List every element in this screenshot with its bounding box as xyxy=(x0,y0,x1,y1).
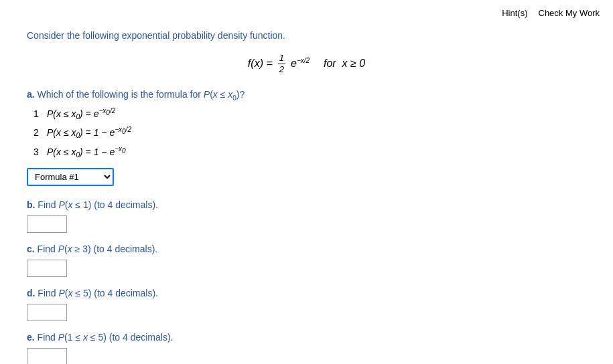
part-e-input[interactable] xyxy=(27,348,67,364)
choice-1-text: P(x ≤ x0) = e−x0/2 xyxy=(47,107,115,120)
formula-domain: for x ≥ 0 xyxy=(324,58,365,70)
formula-select[interactable]: Formula #1 Formula #2 Formula #3 xyxy=(27,168,114,186)
fraction-half: 1 2 xyxy=(278,53,285,74)
part-c-input[interactable] xyxy=(27,260,67,277)
part-d-input[interactable] xyxy=(27,304,67,321)
choice-3-num: 3 xyxy=(33,147,47,157)
choice-2-row: 2 P(x ≤ x0) = 1 − e−x0/2 xyxy=(33,126,586,139)
part-b-label: b. Find P(x ≤ 1) (to 4 decimals). xyxy=(27,199,586,210)
hints-link[interactable]: Hint(s) xyxy=(502,8,527,18)
part-e-label: e. Find P(1 ≤ x ≤ 5) (to 4 decimals). xyxy=(27,332,586,343)
formula-dropdown-row: Formula #1 Formula #2 Formula #3 xyxy=(27,168,586,186)
part-d-label: d. Find P(x ≤ 5) (to 4 decimals). xyxy=(27,288,586,298)
main-content: Consider the following exponential proba… xyxy=(0,23,613,364)
part-a-label: a. Which of the following is the formula… xyxy=(27,89,586,102)
choice-3-row: 3 P(x ≤ x0) = 1 − e−x0 xyxy=(33,145,586,159)
main-formula: f(x) = 1 2 e−x/2 for x ≥ 0 xyxy=(27,53,586,74)
top-bar: Hint(s) Check My Work xyxy=(0,0,613,23)
formula-fx: f(x) = xyxy=(248,58,273,70)
check-my-work-link[interactable]: Check My Work xyxy=(539,8,600,18)
question-intro: Consider the following exponential proba… xyxy=(27,30,586,41)
choice-1-num: 1 xyxy=(33,108,47,119)
choice-2-text: P(x ≤ x0) = 1 − e−x0/2 xyxy=(47,126,131,139)
choice-1-row: 1 P(x ≤ x0) = e−x0/2 xyxy=(33,107,586,120)
part-b-input[interactable] xyxy=(27,215,67,233)
choice-3-text: P(x ≤ x0) = 1 − e−x0 xyxy=(47,145,126,159)
formula-exp: e−x/2 xyxy=(291,57,310,70)
part-c-label: c. Find P(x ≥ 3) (to 4 decimals). xyxy=(27,244,586,254)
answer-choices: 1 P(x ≤ x0) = e−x0/2 2 P(x ≤ x0) = 1 − e… xyxy=(33,107,586,159)
choice-2-num: 2 xyxy=(33,127,47,138)
